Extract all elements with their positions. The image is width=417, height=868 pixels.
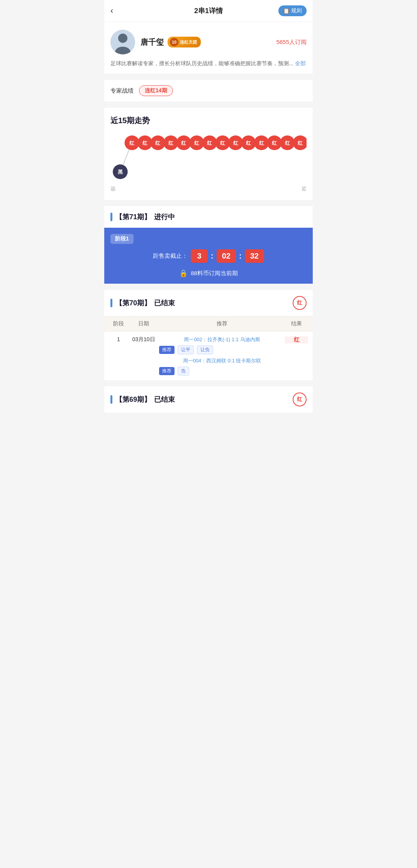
- countdown-sep-2: :: [239, 252, 242, 261]
- period-69-header: 【第69期】 已结束 红: [104, 386, 313, 413]
- period-70-status: 已结束: [154, 298, 175, 308]
- svg-text:红: 红: [142, 140, 148, 146]
- period-69-status: 已结束: [154, 395, 175, 404]
- svg-text:红: 红: [129, 140, 135, 146]
- avatar: [110, 30, 135, 54]
- stats-section: 专家战绩 连红14期: [104, 80, 313, 102]
- svg-text:红: 红: [181, 140, 186, 146]
- period-70-header: 【第70期】 已结束 红: [104, 290, 313, 316]
- svg-text:红: 红: [233, 140, 239, 146]
- period-bar-indicator: [110, 213, 112, 221]
- period-71-section: 【第71期】 进行中 阶段1 距售卖截止： 3 : 02 : 32 🔒 88料币…: [104, 206, 313, 284]
- period-71-title: 【第71期】: [115, 212, 151, 222]
- divider-4: [104, 287, 313, 290]
- trend-label-far: 远: [110, 185, 115, 192]
- period-69-result-badge: 红: [293, 393, 307, 406]
- back-button[interactable]: ‹: [110, 6, 113, 16]
- lock-subscribe-row[interactable]: 🔒 88料币订阅当前期: [110, 269, 307, 277]
- tag-recommend-2: 推荐: [159, 367, 175, 375]
- period-71-header: 【第71期】 进行中: [104, 206, 313, 228]
- period-71-status: 进行中: [154, 212, 175, 222]
- svg-text:红: 红: [220, 140, 225, 146]
- match-tags-1: 推荐 让平 让负: [159, 345, 285, 354]
- tag-recommend-1: 推荐: [159, 346, 175, 354]
- divider-3: [104, 203, 313, 206]
- match-title-2: 周一004：西汉姆联 0:1 纽卡斯尔联: [159, 357, 285, 364]
- svg-text:红: 红: [155, 140, 161, 146]
- svg-text:红: 红: [259, 140, 264, 146]
- period-69-bar-indicator: [110, 395, 112, 404]
- period-70-table: 阶段 日期 推荐 结果 1 03月10日 周一002：拉齐奥(-1) 1:1 乌…: [104, 316, 313, 380]
- profile-section: 唐千玺 10 连红天团 5655人订阅 足球比赛解读专家，擅长分析球队历史战绩，…: [104, 22, 313, 74]
- svg-text:红: 红: [271, 140, 277, 146]
- period-70-bar-indicator: [110, 299, 112, 307]
- svg-text:红: 红: [297, 140, 303, 146]
- row-date: 03月10日: [128, 336, 159, 343]
- trend-label-near: 近: [302, 185, 307, 192]
- svg-text:红: 红: [246, 140, 251, 146]
- row-recommend: 周一002：拉齐奥(-1) 1:1 乌迪内斯 推荐 让平 让负 周一004：西汉…: [159, 336, 285, 376]
- svg-text:黑: 黑: [118, 169, 123, 175]
- row-result: 红: [285, 336, 308, 343]
- streak-number: 10: [170, 38, 178, 46]
- col-date: 日期: [128, 320, 159, 327]
- svg-text:红: 红: [285, 140, 290, 146]
- period-69-section: 【第69期】 已结束 红: [104, 386, 313, 413]
- match-title-1: 周一002：拉齐奥(-1) 1:1 乌迪内斯: [159, 336, 285, 343]
- divider-5: [104, 383, 313, 386]
- period-70-title: 【第70期】: [115, 298, 151, 308]
- col-stage: 阶段: [109, 320, 128, 327]
- trend-title: 近15期走势: [110, 115, 307, 126]
- page-title: 2串1详情: [194, 6, 223, 15]
- match-item-1: 周一002：拉齐奥(-1) 1:1 乌迪内斯 推荐 让平 让负: [159, 336, 285, 354]
- lock-text: 88料币订阅当前期: [191, 270, 238, 277]
- countdown-minutes: 02: [217, 249, 236, 263]
- period-69-title: 【第69期】: [115, 395, 151, 404]
- period-70-section: 【第70期】 已结束 红 阶段 日期 推荐 结果 1 03月10日 周一002：…: [104, 290, 313, 380]
- header: ‹ 2串1详情 📋 规则: [104, 0, 313, 22]
- rules-icon: 📋: [283, 8, 290, 14]
- countdown-label: 距售卖截止：: [153, 252, 188, 260]
- tag-option-2a: 负: [178, 367, 189, 376]
- lock-icon: 🔒: [179, 269, 188, 277]
- svg-text:红: 红: [168, 140, 174, 146]
- trend-section: 近15期走势 黑 红 红 红 红 红 红 红 红 红: [104, 108, 313, 200]
- period-71-body: 阶段1 距售卖截止： 3 : 02 : 32 🔒 88料币订阅当前期: [104, 228, 313, 284]
- divider-2: [104, 105, 313, 108]
- match-item-2: 周一004：西汉姆联 0:1 纽卡斯尔联 推荐 负: [159, 357, 285, 376]
- streak-badge-text: 连红14期: [139, 85, 173, 96]
- countdown-row: 距售卖截止： 3 : 02 : 32: [110, 249, 307, 263]
- period-70-result-badge: 红: [293, 296, 307, 310]
- match-tags-2: 推荐 负: [159, 367, 285, 376]
- rules-button[interactable]: 📋 规则: [278, 5, 307, 16]
- countdown-seconds: 32: [245, 249, 264, 263]
- rules-label: 规则: [291, 7, 302, 14]
- read-more-button[interactable]: 全部: [295, 60, 306, 66]
- svg-text:红: 红: [207, 140, 212, 146]
- col-recommend: 推荐: [159, 320, 285, 327]
- streak-badge: 10 连红天团: [168, 37, 201, 47]
- table-row: 1 03月10日 周一002：拉齐奥(-1) 1:1 乌迪内斯 推荐 让平 让负…: [104, 331, 313, 380]
- streak-text: 连红天团: [180, 39, 197, 45]
- table-header: 阶段 日期 推荐 结果: [104, 316, 313, 331]
- divider-1: [104, 77, 313, 80]
- trend-chart: 黑 红 红 红 红 红 红 红 红 红 红 红 红: [110, 135, 307, 181]
- stats-label: 专家战绩: [110, 87, 134, 95]
- tag-option-1a: 让平: [178, 345, 194, 354]
- col-result: 结果: [285, 320, 308, 327]
- countdown-sep-1: :: [211, 252, 214, 261]
- stage-badge: 阶段1: [110, 234, 134, 244]
- subscribe-count: 5655人订阅: [276, 39, 307, 46]
- trend-labels: 远 近: [110, 185, 307, 192]
- countdown-hours: 3: [191, 249, 208, 263]
- tag-option-1b: 让负: [197, 345, 213, 354]
- row-stage: 1: [109, 336, 128, 342]
- profile-description: 足球比赛解读专家，擅长分析球队历史战绩，能够准确把握比赛节奏，预测... 全部: [110, 59, 307, 68]
- svg-text:红: 红: [194, 140, 200, 146]
- profile-name: 唐千玺: [141, 37, 164, 47]
- svg-point-1: [118, 34, 127, 43]
